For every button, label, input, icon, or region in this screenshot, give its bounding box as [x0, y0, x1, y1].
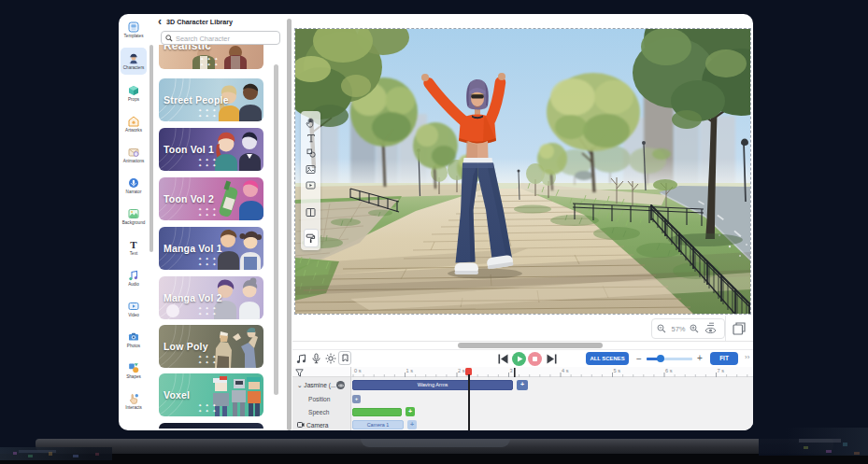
svg-text:4 s: 4 s: [562, 368, 569, 373]
svg-text:2 s: 2 s: [458, 368, 465, 373]
svg-text:3: 3: [510, 368, 513, 373]
svg-text:6 s: 6 s: [665, 368, 673, 373]
svg-text:1 s: 1 s: [406, 368, 414, 373]
svg-text:7 s: 7 s: [718, 368, 725, 373]
svg-text:5 s: 5 s: [614, 368, 621, 373]
svg-text:0 s: 0 s: [354, 368, 362, 373]
